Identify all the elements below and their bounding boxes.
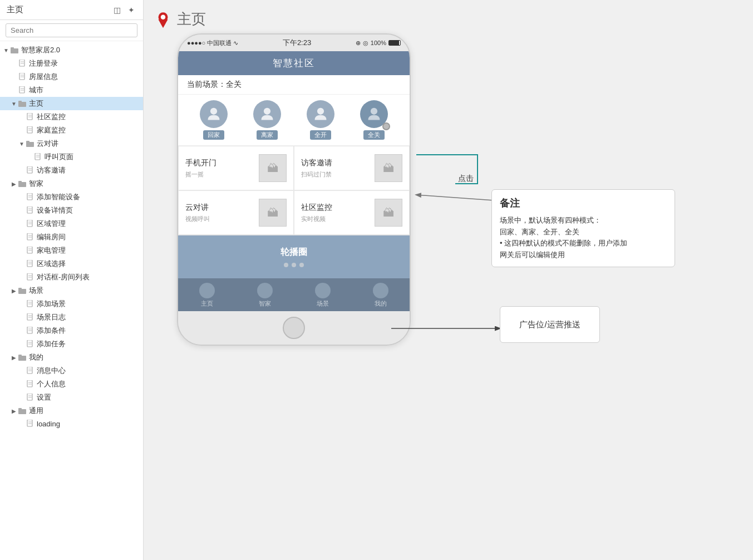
svg-rect-35 (27, 220, 32, 227)
location-icon: ⊕ (356, 40, 361, 47)
banner-section: 轮播圈 (178, 235, 410, 278)
svg-rect-65 (18, 355, 22, 357)
grid-cell-door[interactable]: 手机开门 摇一摇 🏔 (178, 146, 294, 190)
tree-item-mine[interactable]: ▶我的 (0, 351, 143, 364)
tree-icon-areamanage (26, 219, 35, 228)
nav-mine[interactable]: 我的 (373, 283, 388, 308)
tree-item-community[interactable]: 社区监控 (0, 110, 143, 124)
tree-icon-smarthome2 (18, 179, 27, 188)
grid-cell-cloud[interactable]: 云对讲 视频呼叫 🏔 (178, 190, 294, 235)
tree-arrow-smarthome[interactable]: ▼ (2, 46, 10, 54)
tree-icon-house (18, 72, 27, 81)
svg-marker-82 (159, 19, 168, 28)
search-input[interactable] (6, 23, 137, 37)
scene-label-home: 回家 (203, 130, 224, 140)
scene-label-away: 离家 (257, 130, 278, 140)
tree-icon-callpage (33, 153, 42, 161)
scene-item-allon[interactable]: 全开 (307, 100, 334, 140)
grid-cell-monitor[interactable]: 社区监控 实时视频 🏔 (294, 190, 410, 235)
tree-item-scene[interactable]: ▶场景 (0, 284, 143, 297)
tree-item-smarthome[interactable]: ▼智慧家居2.0 (0, 43, 143, 57)
tree-arrow-mine[interactable]: ▶ (10, 353, 18, 361)
tree-icon-home (18, 99, 27, 108)
nav-home[interactable]: 主页 (199, 283, 215, 308)
tree-label-addtask: 添加任务 (37, 339, 66, 349)
tree-arrow-cloudtalk[interactable]: ▼ (18, 140, 26, 148)
svg-rect-1 (11, 47, 14, 50)
svg-point-86 (371, 108, 377, 115)
scene-item-home[interactable]: 回家 (200, 100, 228, 140)
tree-item-city[interactable]: 城市 (0, 83, 143, 97)
battery-info: ⊕ ◎ 100% (356, 40, 401, 47)
tree-icon-editroom (26, 233, 35, 242)
tree-icon-addtask (26, 340, 35, 348)
svg-rect-69 (27, 380, 32, 387)
tree-item-common[interactable]: ▶通用 (0, 404, 143, 417)
sidebar-toolbar: ◫ ✦ (112, 5, 136, 15)
tree-item-smarthome2[interactable]: ▶智家 (0, 177, 143, 190)
scene-item-away[interactable]: 离家 (253, 100, 281, 140)
nav-mine-label: 我的 (375, 299, 387, 308)
grid-cell-monitor-text: 社区监控 实时视频 (301, 203, 332, 223)
image-placeholder-icon3: 🏔 (267, 207, 278, 219)
function-grid: 手机开门 摇一摇 🏔 访客邀请 扫码过门禁 🏔 (178, 146, 410, 235)
tree-item-adddevice[interactable]: 添加智能设备 (0, 190, 143, 204)
nav-smarthome[interactable]: 智家 (257, 283, 273, 308)
tree-item-home[interactable]: ▼主页 (0, 97, 143, 110)
tree-item-addcond[interactable]: 添加条件 (0, 324, 143, 337)
tree-item-profile[interactable]: 个人信息 (0, 377, 143, 391)
wifi-icon: ∿ (233, 40, 238, 47)
tree-icon-family (26, 126, 35, 135)
home-button[interactable] (283, 317, 305, 339)
nav-home-icon (199, 283, 215, 298)
tree-item-house[interactable]: 房屋信息 (0, 70, 143, 83)
carrier-name: 中国联通 (207, 39, 232, 47)
tree-arrow-scene[interactable]: ▶ (10, 287, 18, 294)
tree-item-areaselect[interactable]: 区域选择 (0, 257, 143, 271)
nav-scene[interactable]: 场景 (315, 283, 331, 308)
tree-item-scenelog[interactable]: 场景日志 (0, 311, 143, 324)
tree-label-cloudtalk: 云对讲 (37, 139, 58, 149)
tree-item-editroom[interactable]: 编辑房间 (0, 230, 143, 244)
tree-item-devicedetail[interactable]: 设备详情页 (0, 204, 143, 217)
image-placeholder-icon: 🏔 (267, 162, 278, 175)
phone-frame: ●●●●○ 中国联通 ∿ 下午2:23 ⊕ ◎ 100% 智慧社区 当前场景：全… (177, 33, 411, 346)
tree-item-messages[interactable]: 消息中心 (0, 364, 143, 377)
tree-icon-cloudtalk (26, 139, 35, 148)
tree-icon-addscene (26, 299, 35, 308)
signal-dots: ●●●●○ (187, 40, 205, 46)
tree-label-register: 注册登录 (29, 58, 58, 68)
tree-item-areamanage[interactable]: 区域管理 (0, 217, 143, 230)
tree-label-home: 主页 (29, 99, 43, 109)
grid-cell-visitor-text: 访客邀请 扫码过门禁 (301, 158, 332, 179)
svg-rect-47 (27, 273, 32, 280)
tree-item-addtask[interactable]: 添加任务 (0, 337, 143, 351)
tree-label-profile: 个人信息 (37, 379, 66, 389)
tree-item-appliance[interactable]: 家电管理 (0, 244, 143, 257)
scene-item-alloff[interactable]: 全关 (360, 100, 388, 140)
tree-item-visitor[interactable]: 访客邀请 (0, 164, 143, 177)
search-box (0, 20, 143, 41)
tree-item-dialog[interactable]: 对话框-房间列表 (0, 271, 143, 284)
tree-label-areaselect: 区域选择 (37, 259, 66, 269)
export-icon[interactable]: ◫ (112, 5, 122, 15)
tree-arrow-common[interactable]: ▶ (10, 407, 18, 415)
svg-point-81 (161, 15, 166, 20)
grid-cell-visitor[interactable]: 访客邀请 扫码过门禁 🏔 (294, 146, 410, 190)
tree-item-addscene[interactable]: 添加场景 (0, 297, 143, 311)
tree-arrow-smarthome2[interactable]: ▶ (10, 180, 18, 188)
tree-item-family[interactable]: 家庭监控 (0, 124, 143, 137)
tree-item-settings[interactable]: 设置 (0, 391, 143, 404)
tree-label-editroom: 编辑房间 (37, 232, 66, 242)
svg-rect-5 (19, 73, 24, 80)
bookmark-icon[interactable]: ✦ (126, 5, 136, 15)
tree-icon-community (26, 112, 35, 121)
page-title: 主页 (177, 9, 206, 29)
tree-arrow-home[interactable]: ▼ (10, 100, 18, 107)
tree-item-cloudtalk[interactable]: ▼云对讲 (0, 137, 143, 150)
banner-text: 轮播圈 (189, 247, 398, 258)
tree-icon-messages (26, 366, 35, 375)
tree-item-loading[interactable]: loading (0, 417, 143, 430)
tree-item-register[interactable]: 注册登录 (0, 57, 143, 70)
tree-item-callpage[interactable]: 呼叫页面 (0, 150, 143, 164)
